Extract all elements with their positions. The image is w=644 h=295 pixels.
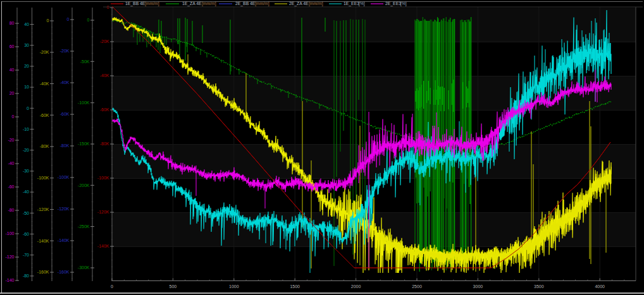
svg-text:1E_BB 4E: 1E_BB 4E [125,1,146,6]
svg-text:-160K: -160K [58,270,70,274]
svg-text:60: 60 [9,44,15,49]
svg-text:-160K: -160K [37,270,49,274]
svg-text:-20: -20 [8,138,14,142]
svg-text:[mm/m]: [mm/m] [145,1,159,6]
svg-text:40: 40 [9,68,15,72]
svg-text:-10: -10 [23,127,29,131]
svg-text:0: 0 [27,106,29,111]
svg-text:0: 0 [87,18,90,22]
svg-text:2E_BB 4E: 2E_BB 4E [235,1,256,6]
svg-text:-140K: -140K [37,239,49,243]
svg-text:3000: 3000 [473,284,483,289]
svg-text:3500: 3500 [534,284,544,289]
svg-text:-250K: -250K [78,224,90,229]
svg-text:-120K: -120K [58,207,70,211]
svg-text:0: 0 [12,114,15,119]
svg-text:-40K: -40K [100,73,109,78]
svg-text:-40K: -40K [60,80,70,85]
svg-text:1500: 1500 [290,284,300,289]
svg-text:2500: 2500 [412,284,422,289]
svg-text:-60K: -60K [40,113,49,117]
svg-text:-50K: -50K [80,59,90,64]
svg-text:-140K: -140K [97,244,109,248]
svg-text:0: 0 [111,284,113,289]
svg-text:20: 20 [24,64,29,68]
svg-text:-140: -140 [5,278,14,282]
svg-text:10: 10 [24,85,29,89]
svg-text:0: 0 [67,17,70,21]
svg-text:40: 40 [24,22,29,27]
svg-text:-20K: -20K [100,39,109,44]
svg-text:2E_EE3: 2E_EE3 [385,1,401,6]
svg-text:[%]: [%] [400,1,407,6]
svg-text:-20K: -20K [60,49,70,53]
svg-text:1E_EE3: 1E_EE3 [344,1,359,6]
svg-text:20: 20 [9,91,15,95]
svg-text:-80K: -80K [60,143,70,148]
svg-text:1E_ZA 4E: 1E_ZA 4E [182,1,202,6]
svg-text:-20: -20 [23,148,29,152]
svg-text:0: 0 [47,18,49,23]
svg-text:-60K: -60K [60,112,70,116]
svg-text:-100K: -100K [97,176,109,180]
svg-text:[mm/m]: [mm/m] [309,1,323,6]
svg-text:80: 80 [9,21,15,25]
svg-text:4000: 4000 [595,284,605,289]
svg-text:-80K: -80K [100,141,109,146]
svg-text:1000: 1000 [229,284,239,289]
svg-text:-80: -80 [8,208,14,212]
svg-text:0: 0 [107,5,109,9]
svg-text:-200K: -200K [78,183,90,188]
svg-text:-120: -120 [5,255,14,259]
svg-text:-120K: -120K [37,207,49,212]
svg-text:-100K: -100K [78,100,90,105]
svg-text:[%]: [%] [359,1,365,6]
svg-text:-100: -100 [5,231,14,236]
svg-text:-80K: -80K [40,144,49,148]
svg-text:[mm/m]: [mm/m] [202,1,216,6]
svg-text:-20K: -20K [40,50,49,54]
svg-text:-40: -40 [23,190,29,194]
svg-text:-30: -30 [23,169,29,173]
svg-text:-70: -70 [23,253,29,257]
svg-text:-150K: -150K [78,141,90,146]
svg-text:-100K: -100K [37,176,49,180]
svg-text:-300K: -300K [78,265,90,270]
svg-text:30: 30 [24,43,29,47]
svg-text:-120K: -120K [97,210,109,214]
svg-text:-140K: -140K [58,238,70,243]
svg-text:-40: -40 [8,161,14,166]
svg-text:-60: -60 [23,232,29,236]
svg-text:[mm/m]: [mm/m] [255,1,269,6]
svg-text:-60: -60 [8,184,14,189]
svg-text:2000: 2000 [351,284,361,289]
svg-text:-40K: -40K [40,81,49,86]
svg-text:500: 500 [170,284,177,289]
svg-text:-100K: -100K [58,175,70,179]
svg-text:2E_ZA 4E: 2E_ZA 4E [289,1,309,6]
svg-text:-50: -50 [23,211,29,215]
svg-text:-80: -80 [23,274,29,278]
svg-text:-60K: -60K [100,107,109,112]
